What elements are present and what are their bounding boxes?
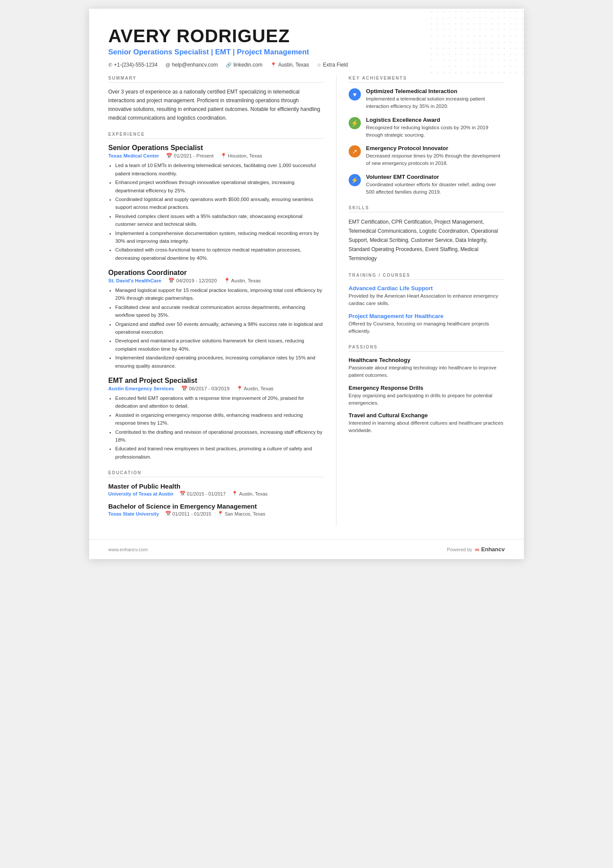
achievement-desc-2: Recognized for reducing logistics costs …	[366, 124, 505, 139]
star-icon: ☆	[317, 62, 321, 68]
summary-label: SUMMARY	[108, 76, 323, 83]
achievement-text-1: Optimized Telemedical Interaction Implem…	[366, 88, 505, 111]
education-item-1: Master of Public Health University of Te…	[108, 483, 323, 496]
passion-title-3: Travel and Cultural Exchange	[349, 412, 505, 419]
pin-icon-2: 📍	[224, 278, 230, 284]
achievement-text-3: Emergency Protocol Innovator Decreased r…	[366, 145, 505, 168]
passion-title-1: Healthcare Technology	[349, 357, 505, 363]
training-desc-1: Provided by the American Heart Associati…	[349, 292, 505, 308]
resume-page: AVERY RODRIGUEZ Senior Operations Specia…	[89, 9, 524, 559]
training-desc-2: Offered by Coursera, focusing on managin…	[349, 320, 505, 335]
contact-phone: ✆ +1-(234)-555-1234	[108, 62, 157, 68]
bullet-item: Educated and trained new employees in be…	[115, 445, 323, 461]
bullet-item: Organized and staffed over 50 events ann…	[115, 320, 323, 336]
cal-icon-3: 📅	[181, 385, 187, 392]
extra-value: Extra Field	[323, 62, 348, 68]
passions-label: PASSIONS	[349, 345, 505, 352]
bolt2-icon: ⚡	[351, 177, 358, 183]
skills-section: SKILLS EMT Certification, CPR Certificat…	[349, 205, 505, 263]
bolt-icon: ⚡	[351, 120, 358, 126]
training-item-1: Advanced Cardiac Life Support Provided b…	[349, 285, 505, 308]
achievements-section: KEY ACHIEVEMENTS ♥ Optimized Telemedical…	[349, 76, 505, 196]
contact-extra: ☆ Extra Field	[317, 62, 348, 68]
achievement-title-4: Volunteer EMT Coordinator	[366, 174, 505, 180]
bullet-item: Contributed to the drafting and revision…	[115, 428, 323, 444]
achievement-icon-2: ⚡	[349, 117, 361, 129]
location-value: Austin, Texas	[278, 62, 309, 68]
passion-desc-2: Enjoy organizing and participating in dr…	[349, 392, 505, 407]
achievement-item-1: ♥ Optimized Telemedical Interaction Impl…	[349, 88, 505, 111]
achievements-label: KEY ACHIEVEMENTS	[349, 76, 505, 83]
edu-dates-2: 📅 01/2011 - 01/2015	[165, 511, 211, 516]
pin-icon-3: 📍	[237, 385, 243, 392]
achievement-title-3: Emergency Protocol Innovator	[366, 145, 505, 151]
exp-title-2: Operations Coordinator	[108, 269, 323, 277]
exp-company-2: St. David's HealthCare	[108, 278, 161, 283]
achievement-icon-1: ♥	[349, 88, 361, 101]
passions-section: PASSIONS Healthcare Technology Passionat…	[349, 345, 505, 435]
achievement-title-2: Logistics Excellence Award	[366, 117, 505, 123]
achievement-icon-4: ⚡	[349, 174, 361, 186]
phone-value: +1-(234)-555-1234	[114, 62, 157, 68]
exp-title-3: EMT and Project Specialist	[108, 377, 323, 385]
passion-desc-1: Passionate about integrating technology …	[349, 364, 505, 379]
phone-icon: ✆	[108, 62, 112, 68]
exp-location-2: 📍 Austin, Texas	[224, 278, 261, 284]
bullet-item: Led a team of 10 EMTs in delivering tele…	[115, 161, 323, 178]
exp-bullets-1: Led a team of 10 EMTs in delivering tele…	[108, 161, 323, 262]
experience-item-1: Senior Operations Specialist Texas Medic…	[108, 144, 323, 262]
exp-dates-3: 📅 06/2017 - 03/2019	[181, 385, 230, 392]
passion-item-1: Healthcare Technology Passionate about i…	[349, 357, 505, 379]
pin-icon-1: 📍	[220, 153, 227, 159]
exp-bullets-2: Managed logistical support for 15 medica…	[108, 286, 323, 370]
bullet-item: Resolved complex client issues with a 95…	[115, 212, 323, 228]
footer-brand: Powered by ∞ Enhancv	[447, 546, 505, 553]
training-label: TRAINING / COURSES	[349, 273, 505, 280]
training-section: TRAINING / COURSES Advanced Cardiac Life…	[349, 273, 505, 335]
education-section: EDUCATION Master of Public Health Univer…	[108, 470, 323, 516]
edu-meta-2: Texas State University 📅 01/2011 - 01/20…	[108, 511, 323, 516]
skills-text: EMT Certification, CPR Certification, Pr…	[349, 218, 505, 263]
edu-location-2: 📍 San Marcos, Texas	[217, 511, 265, 516]
link-icon: 🔗	[226, 62, 232, 68]
contact-linkedin: 🔗 linkedin.com	[226, 62, 263, 68]
achievement-desc-1: Implemented a telemedical solution incre…	[366, 95, 505, 111]
chart-icon: ↗	[352, 148, 357, 154]
enhancv-logo: ∞ Enhancv	[475, 546, 505, 553]
edu-pin-icon-1: 📍	[232, 491, 238, 496]
contact-location: 📍 Austin, Texas	[270, 62, 309, 68]
exp-dates-1: 📅 01/2021 - Present	[166, 153, 213, 159]
passion-desc-3: Interested in learning about different c…	[349, 419, 505, 435]
summary-section: SUMMARY Over 3 years of experience as a …	[108, 76, 323, 122]
achievement-desc-4: Coordinated volunteer efforts for disast…	[366, 181, 505, 196]
candidate-title: Senior Operations Specialist | EMT | Pro…	[108, 48, 505, 57]
bullet-item: Implemented a comprehensive documentatio…	[115, 229, 323, 245]
cal-icon-2: 📅	[168, 278, 174, 284]
two-column-layout: SUMMARY Over 3 years of experience as a …	[108, 76, 505, 526]
left-column: SUMMARY Over 3 years of experience as a …	[108, 76, 336, 526]
enhancv-heart-icon: ∞	[475, 546, 480, 553]
bullet-item: Coordinated logistical and supply operat…	[115, 195, 323, 211]
achievement-text-2: Logistics Excellence Award Recognized fo…	[366, 117, 505, 139]
edu-cal-icon-1: 📅	[180, 491, 186, 496]
experience-label: EXPERIENCE	[108, 132, 323, 139]
experience-section: EXPERIENCE Senior Operations Specialist …	[108, 132, 323, 461]
bullet-item: Developed and maintained a proactive sol…	[115, 337, 323, 353]
achievement-icon-3: ↗	[349, 145, 361, 158]
exp-bullets-3: Executed field EMT operations with a res…	[108, 394, 323, 461]
exp-meta-3: Austin Emergency Services 📅 06/2017 - 03…	[108, 385, 323, 392]
email-value: help@enhancv.com	[172, 62, 218, 68]
achievement-text-4: Volunteer EMT Coordinator Coordinated vo…	[366, 174, 505, 196]
heart-icon: ♥	[353, 91, 356, 97]
achievement-title-1: Optimized Telemedical Interaction	[366, 88, 505, 94]
passion-title-2: Emergency Response Drills	[349, 385, 505, 391]
bullet-item: Assisted in organizing emergency respons…	[115, 411, 323, 427]
edu-school-1: University of Texas at Austin	[108, 491, 173, 496]
resume-header: AVERY RODRIGUEZ Senior Operations Specia…	[108, 26, 505, 68]
footer-url: www.enhancv.com	[108, 547, 148, 552]
bullet-item: Collaborated with cross-functional teams…	[115, 246, 323, 262]
passion-item-3: Travel and Cultural Exchange Interested …	[349, 412, 505, 435]
resume-footer: www.enhancv.com Powered by ∞ Enhancv	[89, 539, 524, 559]
training-title-1: Advanced Cardiac Life Support	[349, 285, 505, 292]
brand-name: Enhancv	[481, 546, 505, 553]
